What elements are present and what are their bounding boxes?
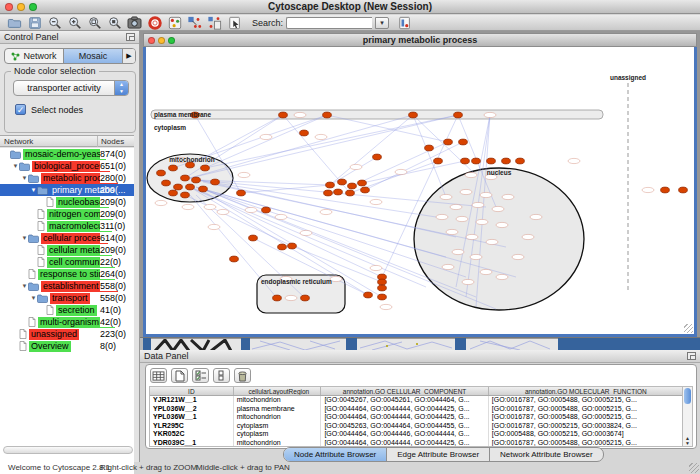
view-resize-grip[interactable] [684, 324, 693, 333]
search-input[interactable] [286, 17, 372, 29]
network-node[interactable] [472, 158, 481, 164]
table-vscrollbar[interactable]: ▲▼ [682, 386, 693, 447]
table-row[interactable]: YPL036W__2plasma membrane[GO:0044464, GO… [150, 405, 684, 414]
vizmapper-icon[interactable] [166, 16, 183, 30]
network-node[interactable] [249, 235, 258, 241]
tree-row[interactable]: ▼cellular process614(0) [0, 232, 134, 244]
network-canvas[interactable]: plasma membranecytoplasmmitochondrionnuc… [146, 47, 694, 334]
attribute-grid-icon[interactable] [150, 368, 167, 383]
zoom-selected-region-icon[interactable] [86, 16, 103, 30]
network-node[interactable] [326, 182, 335, 188]
scrollbar-thumb[interactable] [684, 388, 691, 404]
network-node[interactable] [459, 139, 468, 145]
network-node[interactable] [425, 145, 434, 151]
tree-row[interactable]: ▼establishment of lo558(0) [0, 280, 134, 292]
delete-attribute-icon[interactable] [234, 368, 251, 383]
tree-row[interactable]: response to stimul264(0) [0, 268, 134, 280]
network-node[interactable] [301, 295, 310, 301]
disclosure-triangle-icon[interactable]: ▼ [21, 175, 28, 181]
tab-network-attribute-browser[interactable]: Network Attribute Browser [489, 448, 602, 461]
more-tabs-button[interactable]: ▶ [122, 49, 135, 63]
column-header[interactable]: _cellularLayoutRegion [234, 387, 322, 395]
network-node[interactable] [334, 189, 343, 195]
annotation-icon[interactable] [226, 16, 243, 30]
network-node[interactable] [346, 190, 355, 196]
network-node[interactable] [169, 165, 178, 171]
network-node[interactable] [364, 292, 373, 298]
network-node[interactable] [300, 130, 309, 136]
network-node[interactable] [378, 294, 387, 300]
network-node[interactable] [323, 112, 332, 118]
network-node[interactable] [338, 179, 347, 185]
network-node[interactable] [162, 180, 171, 186]
network-node[interactable] [324, 190, 333, 196]
tree-row[interactable]: ▼transport558(0) [0, 292, 134, 304]
network-node[interactable] [502, 158, 511, 164]
network-node[interactable] [409, 112, 418, 118]
network-node[interactable] [661, 187, 670, 193]
tree-row[interactable]: Overview8(0) [0, 340, 134, 352]
control-panel-hscrollbar[interactable] [3, 446, 133, 454]
network-node[interactable] [237, 190, 246, 196]
scrollbar-arrows[interactable]: ▲▼ [683, 436, 692, 446]
table-row[interactable]: YLR295Ccytoplasm[GO:0045263, GO:0044464,… [150, 422, 684, 431]
tree-row[interactable]: ▼biological_process651(0) [0, 160, 134, 172]
table-row[interactable]: YDR039C__1mitochondrion[GO:0044464, GO:0… [150, 439, 684, 448]
network-node[interactable] [273, 295, 282, 301]
disclosure-triangle-icon[interactable]: ▼ [30, 295, 37, 301]
network-node[interactable] [378, 279, 387, 285]
table-row[interactable]: YJR121W__1mitochondrion[GO:0045267, GO:0… [150, 396, 684, 405]
network-node[interactable] [378, 285, 387, 291]
network-node[interactable] [201, 165, 210, 171]
new-attribute-icon[interactable] [171, 368, 188, 383]
tab-network[interactable]: Network [5, 49, 63, 63]
network-node[interactable] [487, 158, 496, 164]
network-node[interactable] [211, 179, 220, 185]
window-titlebar[interactable]: Cytoscape Desktop (New Session) [0, 0, 700, 14]
network-node[interactable] [186, 184, 195, 190]
search-dropdown-button[interactable]: ▾ [375, 17, 389, 29]
float-panel-icon[interactable] [687, 352, 696, 360]
tree-row[interactable]: macromolecule311(0) [0, 220, 134, 232]
network-node[interactable] [358, 180, 367, 186]
table-row[interactable]: YKR052Ccytoplasm[GO:0044464, GO:0044446,… [150, 430, 684, 439]
disclosure-triangle-icon[interactable]: ▼ [12, 163, 19, 169]
float-panel-icon[interactable] [126, 33, 135, 41]
network-node[interactable] [434, 158, 443, 164]
help-icon[interactable] [146, 16, 163, 30]
select-attributes-icon[interactable] [192, 368, 209, 383]
zoom-in-icon[interactable] [66, 16, 83, 30]
network-node[interactable] [444, 139, 453, 145]
network-view-titlebar[interactable]: primary metabolic process [143, 33, 697, 47]
node-color-dropdown[interactable]: transporter activity ▲▼ [13, 80, 129, 96]
network-node[interactable] [192, 177, 201, 183]
network-node[interactable] [279, 112, 288, 118]
unselect-attributes-icon[interactable] [213, 368, 230, 383]
column-header[interactable]: annotation.GO MOLECULAR_FUNCTION [489, 387, 684, 395]
zoom-fit-icon[interactable] [106, 16, 123, 30]
tree-row[interactable]: cell communicat22(0) [0, 256, 134, 268]
network-node[interactable] [348, 183, 357, 189]
save-session-icon[interactable] [26, 16, 43, 30]
network-node[interactable] [181, 192, 190, 198]
tab-node-attribute-browser[interactable]: Node Attribute Browser [284, 448, 386, 461]
tree-row[interactable]: secretion41(0) [0, 304, 134, 316]
network-view-window[interactable]: primary metabolic process plasma membran… [143, 33, 697, 337]
tree-row[interactable]: cellular metabo209(0) [0, 244, 134, 256]
network-node[interactable] [181, 175, 190, 181]
network-node[interactable] [278, 244, 287, 250]
disclosure-triangle-icon[interactable]: ▼ [30, 187, 37, 193]
apply-layout-alt-icon[interactable] [206, 16, 223, 30]
window-resize-grip[interactable] [689, 463, 699, 473]
network-node[interactable] [288, 243, 297, 249]
zoom-out-icon[interactable] [46, 16, 63, 30]
select-nodes-checkbox[interactable]: ✓ [15, 104, 26, 115]
tab-mosaic[interactable]: Mosaic [63, 49, 122, 63]
column-header[interactable]: ID [150, 387, 234, 395]
network-node[interactable] [199, 186, 208, 192]
apply-layout-icon[interactable] [186, 16, 203, 30]
network-node[interactable] [373, 154, 382, 160]
network-node[interactable] [169, 190, 178, 196]
network-node[interactable] [157, 170, 166, 176]
network-node[interactable] [174, 184, 183, 190]
